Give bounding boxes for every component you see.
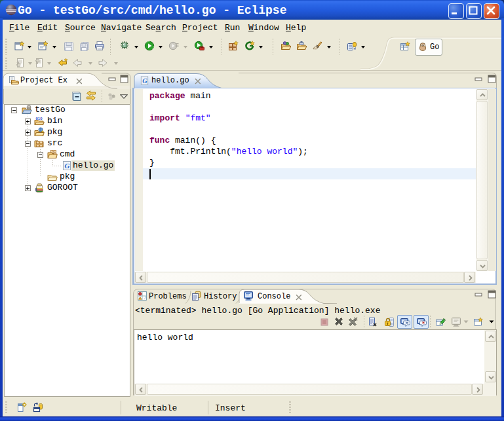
svg-text:G: G	[65, 162, 70, 170]
svg-text:010: 010	[36, 117, 43, 120]
svg-text:G: G	[142, 77, 147, 84]
